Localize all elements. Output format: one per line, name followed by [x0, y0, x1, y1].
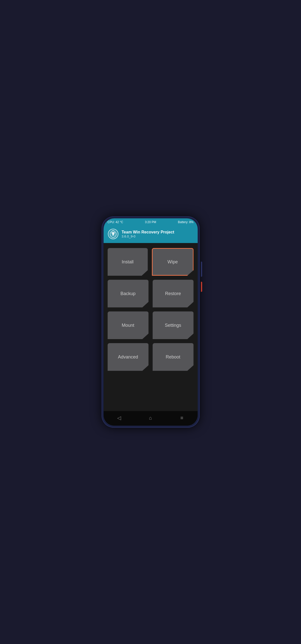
app-title: Team Win Recovery Project: [122, 230, 174, 234]
phone-frame: CPU: 42 °C 3:20 PM Battery: 8% Team Win …: [102, 216, 200, 428]
header-text-group: Team Win Recovery Project 3.6.0_9-0: [122, 230, 174, 238]
install-button[interactable]: Install: [108, 248, 148, 276]
status-bar: CPU: 42 °C 3:20 PM Battery: 8%: [104, 218, 198, 226]
main-content: Install Wipe Backup Restore Mount Settin…: [104, 243, 198, 411]
battery-status: Battery: 8%: [178, 220, 193, 224]
back-nav-button[interactable]: ◁: [114, 414, 124, 422]
wipe-button[interactable]: Wipe: [152, 248, 194, 276]
mount-button[interactable]: Mount: [108, 311, 149, 339]
restore-button[interactable]: Restore: [153, 280, 194, 307]
button-row-2: Backup Restore: [108, 280, 194, 307]
settings-button[interactable]: Settings: [153, 311, 194, 339]
navigation-bar: ◁ ⌂ ≡: [104, 411, 198, 426]
power-button: [201, 282, 202, 292]
backup-button[interactable]: Backup: [108, 280, 149, 307]
reboot-button[interactable]: Reboot: [153, 343, 194, 371]
app-header: Team Win Recovery Project 3.6.0_9-0: [104, 226, 198, 243]
advanced-button[interactable]: Advanced: [108, 343, 149, 371]
menu-nav-button[interactable]: ≡: [177, 414, 187, 422]
phone-screen: CPU: 42 °C 3:20 PM Battery: 8% Team Win …: [104, 218, 198, 426]
home-nav-button[interactable]: ⌂: [145, 414, 155, 422]
twrp-logo: [108, 228, 119, 239]
button-row-4: Advanced Reboot: [108, 343, 194, 371]
button-row-3: Mount Settings: [108, 311, 194, 339]
time-status: 3:20 PM: [145, 220, 156, 224]
cpu-status: CPU: 42 °C: [108, 220, 123, 224]
app-version: 3.6.0_9-0: [122, 234, 174, 238]
button-row-1: Install Wipe: [108, 248, 194, 276]
volume-button: [201, 262, 202, 277]
svg-point-1: [112, 233, 114, 235]
